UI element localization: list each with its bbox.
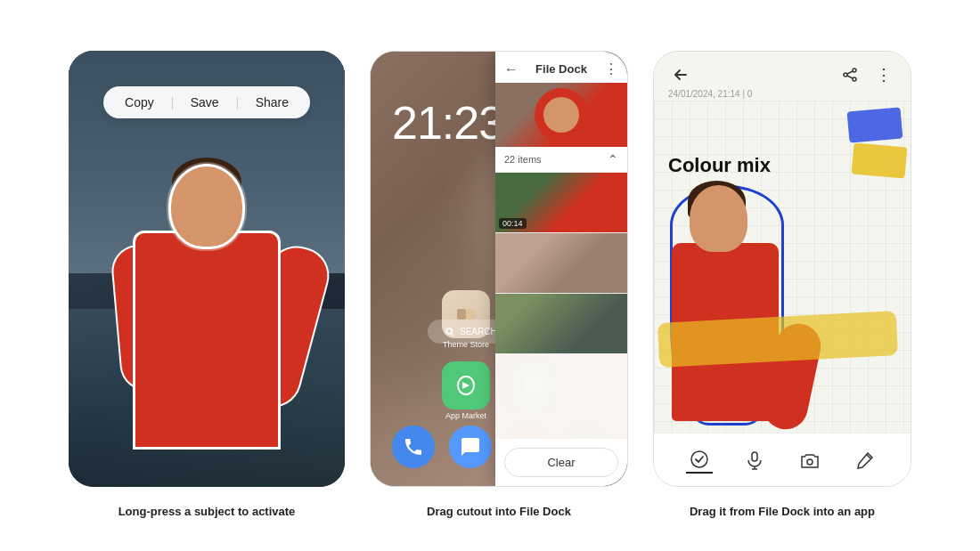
thumb-image-3 <box>495 294 627 353</box>
pencil-tool[interactable] <box>852 447 878 474</box>
svg-rect-1 <box>466 309 475 320</box>
svg-point-17 <box>691 451 707 467</box>
yellow-stroke-top <box>852 142 908 178</box>
share-button[interactable]: Share <box>237 95 289 109</box>
phone1-frame: Copy Save Share <box>69 51 345 487</box>
back-icon <box>673 67 689 83</box>
share-button[interactable] <box>837 62 862 87</box>
svg-point-21 <box>807 459 813 465</box>
video-duration-badge: 00:14 <box>499 218 527 229</box>
dock-thumb-item-1: 00:14 <box>495 173 627 233</box>
person-torso <box>135 233 278 447</box>
svg-line-7 <box>452 333 454 336</box>
svg-line-15 <box>847 71 853 74</box>
svg-point-13 <box>844 73 847 77</box>
clear-button[interactable]: Clear <box>504 448 618 477</box>
camera-tool[interactable] <box>796 447 823 474</box>
more-options-button[interactable]: ⋮ <box>871 62 896 87</box>
pencil-icon <box>855 450 875 470</box>
phone3-frame: ⋮ 24/01/2024, 21:14 | 0 Colour mix <box>653 51 911 487</box>
file-dock-header: ← File Dock ⋮ <box>495 52 627 83</box>
check-tool[interactable] <box>686 447 713 474</box>
dock-chat-icon[interactable] <box>449 425 492 468</box>
dock-phone-icon[interactable] <box>392 425 435 468</box>
phone1-caption: Long-press a subject to activate <box>118 505 296 518</box>
phone2-frame: 21:23 Theme Store Play Store <box>370 51 628 487</box>
screenshots-container: Copy Save Share Long-press a subject to … <box>42 33 938 518</box>
phone3-canvas[interactable]: Colour mix <box>654 101 911 433</box>
svg-point-12 <box>853 69 856 72</box>
svg-line-16 <box>847 76 853 78</box>
search-icon <box>445 328 454 336</box>
phone3-caption: Drag it from File Dock into an app <box>690 505 875 518</box>
person-head <box>171 166 242 247</box>
phone3-toolbar <box>654 433 911 486</box>
screenshot-item-3: ⋮ 24/01/2024, 21:14 | 0 Colour mix <box>653 51 911 518</box>
svg-rect-0 <box>457 309 466 320</box>
app-market-label: App Market <box>445 411 486 420</box>
search-label: SEARCH <box>460 327 497 336</box>
file-dock-panel: ← File Dock ⋮ 22 items ⌃ <box>495 52 627 486</box>
main-thumb-person <box>535 88 588 142</box>
phone3-header-actions: ⋮ <box>837 62 896 87</box>
thumb-image-2 <box>495 233 627 293</box>
file-dock-back-icon[interactable]: ← <box>504 61 519 77</box>
file-dock-items-count-row: 22 items ⌃ <box>495 147 627 173</box>
file-dock-more-icon[interactable]: ⋮ <box>604 61 618 77</box>
file-dock-main-thumb <box>495 83 627 147</box>
mic-icon <box>745 450 764 470</box>
svg-point-6 <box>446 328 452 334</box>
copy-button[interactable]: Copy <box>125 95 154 109</box>
person-figure <box>127 149 287 487</box>
more-icon: ⋮ <box>876 65 892 85</box>
back-button[interactable] <box>668 62 693 87</box>
main-thumb-face <box>543 97 579 133</box>
clear-btn-container: Clear <box>495 439 627 486</box>
colour-mix-title: Colour mix <box>668 154 771 177</box>
svg-rect-18 <box>752 452 757 461</box>
items-count-label: 22 items <box>504 154 542 165</box>
phone3-meta: 24/01/2024, 21:14 | 0 <box>668 89 752 99</box>
save-button[interactable]: Save <box>172 95 219 109</box>
dock-thumb-item-3 <box>495 294 627 354</box>
screenshot-item-2: 21:23 Theme Store Play Store <box>370 51 628 518</box>
share-icon <box>842 67 858 83</box>
check-icon <box>690 450 709 469</box>
app-market[interactable]: App Market <box>442 361 490 420</box>
dock-thumb-item-2 <box>495 233 627 294</box>
file-dock-title: File Dock <box>535 62 587 76</box>
main-thumb-image <box>495 83 627 147</box>
collapse-icon[interactable]: ⌃ <box>608 152 618 166</box>
screenshot-item-1: Copy Save Share Long-press a subject to … <box>69 51 345 518</box>
svg-point-14 <box>853 77 856 81</box>
app-market-icon <box>442 361 490 409</box>
cm-head <box>690 185 747 252</box>
action-bar: Copy Save Share <box>103 86 310 118</box>
file-dock-list: 00:14 <box>495 173 627 439</box>
phone3-header: ⋮ <box>654 52 911 94</box>
phone2-time: 21:23 <box>392 96 503 150</box>
mic-tool[interactable] <box>741 447 768 474</box>
blue-stroke <box>847 107 903 142</box>
phone2-caption: Drag cutout into File Dock <box>427 505 571 518</box>
camera-icon <box>800 450 820 470</box>
